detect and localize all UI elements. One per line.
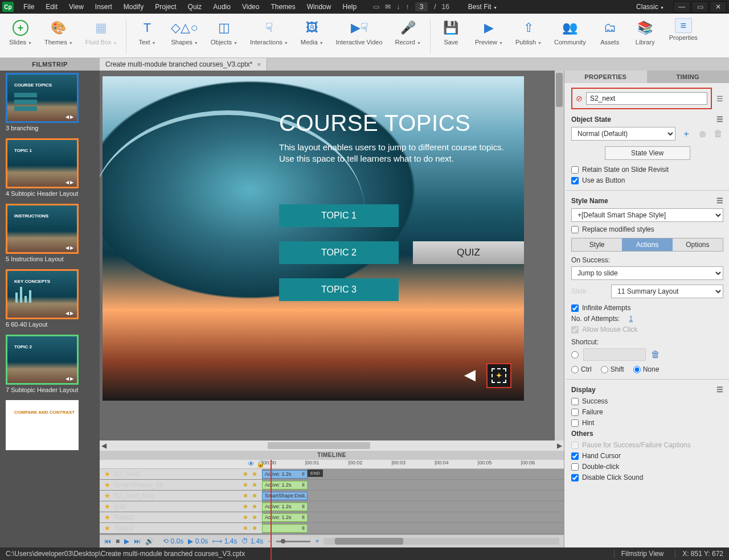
close-button[interactable]: ✕ xyxy=(710,1,727,13)
visibility-icon[interactable]: 👁 xyxy=(248,460,255,468)
filmstrip-panel[interactable]: COURSE TOPICS◀ ▶3 branchingTOPIC 1◀ ▶4 S… xyxy=(0,71,100,547)
ribbon-save[interactable]: 💾Save xyxy=(434,16,468,57)
visibility-toggle-icon[interactable]: ⊘ xyxy=(576,94,583,103)
state-view-button[interactable]: State View xyxy=(605,146,690,160)
object-name-input[interactable] xyxy=(586,92,707,105)
topic1-button[interactable]: TOPIC 1 xyxy=(279,204,399,227)
tab-timing[interactable]: TIMING xyxy=(647,71,730,83)
ribbon-properties[interactable]: ≡Properties xyxy=(664,16,703,57)
tl-last-icon[interactable]: ⏭ xyxy=(134,537,141,545)
close-tab-icon[interactable]: × xyxy=(257,61,260,68)
shortcut-input[interactable] xyxy=(583,348,646,361)
ribbon-objects[interactable]: ◫Objects▼ xyxy=(205,16,243,57)
add-state-icon[interactable]: ＋ xyxy=(681,128,691,140)
menu-view[interactable]: View xyxy=(64,1,89,13)
infinite-attempts-checkbox[interactable] xyxy=(571,304,579,312)
disable-click-sound-checkbox[interactable] xyxy=(571,474,579,481)
tl-audio-icon[interactable]: 🔊 xyxy=(145,537,154,545)
slide-canvas[interactable]: COURSE TOPICS This layout enables users … xyxy=(103,76,524,401)
menu-audio[interactable]: Audio xyxy=(208,1,236,13)
up-icon[interactable]: ↑ xyxy=(406,3,409,11)
ribbon-text[interactable]: TText▼ xyxy=(130,16,164,57)
trash-state-icon[interactable]: 🗑 xyxy=(713,129,723,139)
ribbon-slides[interactable]: +Slides▼ xyxy=(3,16,38,57)
playhead[interactable] xyxy=(271,460,272,560)
menu-help[interactable]: Help xyxy=(337,1,362,13)
tab-properties[interactable]: PROPERTIES xyxy=(564,71,647,83)
stage[interactable]: COURSE TOPICS This layout enables users … xyxy=(100,71,564,440)
ribbon-library[interactable]: 📚Library xyxy=(628,16,662,57)
menu-themes[interactable]: Themes xyxy=(265,1,300,13)
slide-thumb-7[interactable]: TOPIC 2◀ ▶ xyxy=(6,335,79,385)
menu-modify[interactable]: Modify xyxy=(118,1,149,13)
slide-thumb-6[interactable]: KEY CONCEPTS◀ ▶ xyxy=(6,269,79,319)
next-slide-button[interactable]: ✦ xyxy=(486,363,511,388)
subtab-style[interactable]: Style xyxy=(572,238,622,251)
ribbon-interactions[interactable]: ☟Interactions▼ xyxy=(244,16,294,57)
menu-insert[interactable]: Insert xyxy=(90,1,117,13)
use-as-button-checkbox[interactable] xyxy=(571,177,579,184)
ribbon-themes[interactable]: 🎨Themes▼ xyxy=(39,16,79,57)
tl-hscroll[interactable] xyxy=(323,538,559,545)
delete-state-icon[interactable]: ⊗ xyxy=(697,129,707,139)
down-icon[interactable]: ↓ xyxy=(396,3,400,11)
ribbon-media[interactable]: 🖼Media▼ xyxy=(295,16,329,57)
state-select[interactable]: Normal (Default) xyxy=(571,127,675,141)
slide-thumb-3[interactable]: COURSE TOPICS◀ ▶ xyxy=(6,73,79,123)
timeline-track[interactable]: ★Topic3Active: 1.2s⏸ xyxy=(100,512,564,523)
shortcut-radio[interactable] xyxy=(571,351,579,359)
slide-thumb-8[interactable]: COMPARE AND CONTRAST◀ ▶ xyxy=(6,400,79,450)
ribbon-publish[interactable]: ⇧Publish▼ xyxy=(510,16,547,57)
none-radio[interactable] xyxy=(633,366,641,373)
topic3-button[interactable]: TOPIC 3 xyxy=(279,278,399,301)
slide-thumb-4[interactable]: TOPIC 1◀ ▶ xyxy=(6,138,79,188)
slide-thumb-5[interactable]: INSTRUCTIONS◀ ▶ xyxy=(6,204,79,254)
objstate-menu-icon[interactable]: ☰ xyxy=(716,115,723,123)
workspace-select[interactable]: Classic ▼ xyxy=(630,2,672,12)
panel-menu-icon[interactable]: ☰ xyxy=(716,94,723,103)
style-name-select[interactable]: +[Default Smart Shape Style] xyxy=(571,208,723,222)
menu-project[interactable]: Project xyxy=(150,1,181,13)
replace-styles-checkbox[interactable] xyxy=(571,226,579,233)
stage-hscroll[interactable]: ◀▶ xyxy=(100,440,564,451)
menu-edit[interactable]: Edit xyxy=(40,1,63,13)
ribbon-record[interactable]: 🎤Record▼ xyxy=(390,16,427,57)
hint-checkbox[interactable] xyxy=(571,419,579,427)
ribbon-preview[interactable]: ▶Preview▼ xyxy=(469,16,509,57)
zoom-in-icon[interactable]: + xyxy=(315,537,319,545)
retain-state-checkbox[interactable] xyxy=(571,166,579,174)
page-current-input[interactable] xyxy=(415,2,428,12)
zoom-select[interactable]: Best Fit ▼ xyxy=(463,1,508,13)
style-menu-icon[interactable]: ☰ xyxy=(716,196,723,205)
failure-checkbox[interactable] xyxy=(571,409,579,416)
ribbon-assets[interactable]: 🗂Assets xyxy=(593,16,627,57)
timeline-track[interactable]: ★Topic2⏸ xyxy=(100,523,564,534)
quiz-button[interactable]: QUIZ xyxy=(413,241,524,264)
maximize-button[interactable]: ▭ xyxy=(691,1,708,13)
target-slide-select[interactable]: 11 Summary Layout xyxy=(611,285,723,298)
minimize-button[interactable]: — xyxy=(673,1,690,13)
topic2-button[interactable]: TOPIC 2 xyxy=(279,241,399,264)
subtab-options[interactable]: Options xyxy=(673,238,723,251)
timeline-panel[interactable]: TIMELINE 👁 🔒 |00:00|00:01|00:02|00:03|00… xyxy=(100,451,564,547)
menu-quiz[interactable]: Quiz xyxy=(183,1,207,13)
ctrl-radio[interactable] xyxy=(571,366,579,373)
prev-slide-icon[interactable]: ◀ xyxy=(464,366,476,384)
timeline-track[interactable]: ★SmartShape_24Active: 1.2s⏸ xyxy=(100,480,564,491)
double-click-checkbox[interactable] xyxy=(571,463,579,471)
ribbon-community[interactable]: 👥Community xyxy=(548,16,592,57)
document-tab[interactable]: Create multi-module branched courses_V3.… xyxy=(100,58,267,71)
menu-video[interactable]: Video xyxy=(237,1,264,13)
tl-play-icon[interactable]: ▶ xyxy=(124,537,129,545)
tl-first-icon[interactable]: ⏮ xyxy=(104,537,111,545)
timeline-track[interactable]: ★S2_next_ImgSmartShape:Dis...⏸ xyxy=(100,491,564,501)
display-menu-icon[interactable]: ☰ xyxy=(716,385,723,394)
icon-panel[interactable]: ▭ xyxy=(373,3,379,11)
mail-icon[interactable]: ✉ xyxy=(385,3,391,11)
subtab-actions[interactable]: Actions xyxy=(622,238,672,251)
on-success-select[interactable]: Jump to slide xyxy=(571,266,723,280)
ribbon-shapes[interactable]: ◇△○Shapes▼ xyxy=(165,16,203,57)
stage-vscroll[interactable] xyxy=(555,71,564,440)
menu-window[interactable]: Window xyxy=(302,1,337,13)
shortcut-trash-icon[interactable]: 🗑 xyxy=(650,349,661,360)
